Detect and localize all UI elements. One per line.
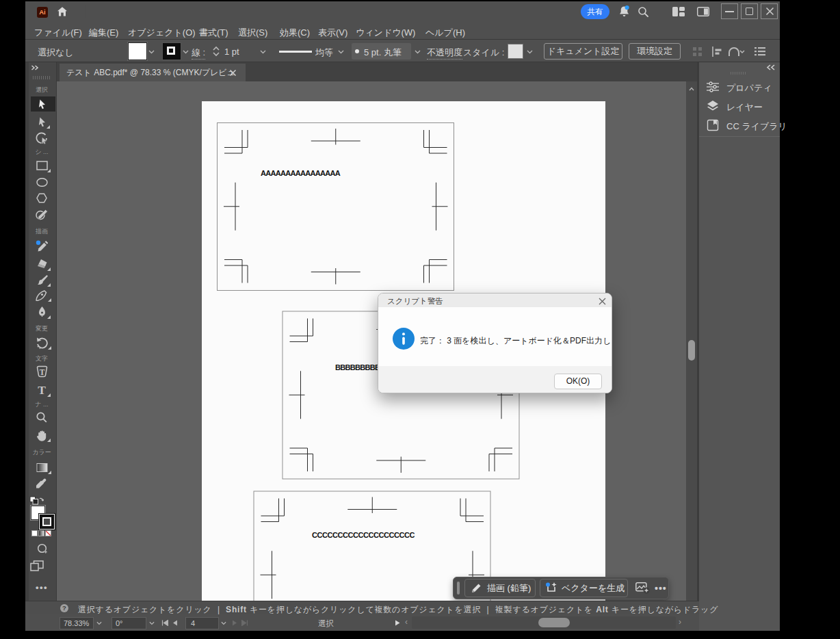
svg-text:AAAAAAAAAAAAAAAA: AAAAAAAAAAAAAAAA xyxy=(261,169,341,177)
svg-text:CCCCCCCCCCCCCCCCCCCC: CCCCCCCCCCCCCCCCCCCC xyxy=(312,531,415,539)
svg-text:T: T xyxy=(39,368,44,376)
svg-text:T: T xyxy=(38,384,46,395)
